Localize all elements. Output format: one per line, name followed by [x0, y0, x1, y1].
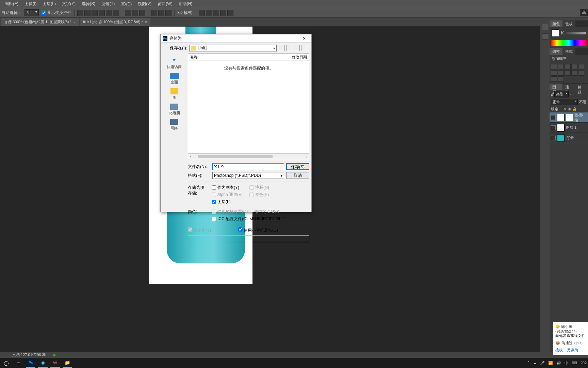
layers-check[interactable]: 图层(L) [212, 199, 243, 205]
3d-icon[interactable] [213, 10, 219, 16]
tab-styles[interactable]: 样式 [562, 48, 575, 55]
document-tab[interactable]: g @ 300% (色相/饱和度 1, 图层蒙版/8) *× [1, 18, 79, 26]
adjust-icon[interactable] [551, 76, 557, 82]
menu-type[interactable]: 文字(Y) [59, 0, 78, 8]
tab-swatches[interactable]: 色板 [562, 20, 575, 27]
taskbar-explorer[interactable]: 📁 [63, 358, 72, 368]
adjust-icon[interactable] [578, 64, 584, 70]
3d-icon[interactable] [220, 10, 226, 16]
distribute-icon[interactable] [151, 10, 157, 16]
lock-icon[interactable]: ▫ [561, 107, 562, 111]
lowercase-ext-check[interactable]: 使用小写扩展名(U) [238, 227, 278, 233]
icc-check[interactable]: ICC 配置文件(C): sRGB IEC61966-2.1 [212, 216, 287, 222]
dialog-titlebar[interactable]: Ps 存储为 ✕ [161, 34, 311, 43]
visibility-icon[interactable] [551, 115, 556, 120]
distribute-icon[interactable] [158, 10, 164, 16]
tray-keyboard-icon[interactable]: ⌨ [572, 361, 577, 365]
menu-help[interactable]: 帮助(H) [176, 0, 195, 8]
tab-layers[interactable]: 图层 [550, 83, 562, 90]
menu-window[interactable]: 窗口(W) [155, 0, 175, 8]
tab-color[interactable]: 颜色 [550, 20, 562, 27]
taskbar-wps[interactable]: W [50, 358, 60, 368]
foreground-swatch[interactable] [552, 29, 559, 37]
task-view-icon[interactable]: ▭ [14, 358, 23, 368]
col-date[interactable]: 修改日期 [292, 55, 307, 60]
adjust-icon[interactable] [558, 64, 564, 70]
tab-channels[interactable]: 通道 [562, 83, 575, 90]
taskbar-edge[interactable]: ◉ [38, 358, 48, 368]
3d-icon[interactable] [227, 10, 233, 16]
tray-mic-icon[interactable]: 🎤 [540, 361, 545, 365]
adjust-icon[interactable] [558, 76, 564, 82]
tray-date[interactable]: 202 [581, 361, 587, 365]
menu-filter[interactable]: 滤镜(T) [99, 0, 117, 8]
distribute-icon[interactable] [165, 10, 172, 16]
tray-ime[interactable]: 中 [565, 361, 568, 366]
sidebar-quick-access[interactable]: ★快速访问 [167, 56, 182, 70]
filter-icon[interactable]: ▫ [573, 92, 574, 96]
k-slider[interactable] [566, 32, 586, 34]
menu-view[interactable]: 视图(V) [135, 0, 154, 8]
up-icon[interactable] [286, 45, 292, 51]
saveas-link[interactable]: 另存为 [567, 348, 578, 353]
align-icon[interactable] [113, 10, 119, 16]
close-icon[interactable]: ✕ [299, 36, 309, 41]
adjust-icon[interactable] [551, 64, 557, 70]
back-icon[interactable] [279, 45, 285, 51]
align-icon[interactable] [84, 10, 91, 16]
h-scrollbar[interactable]: ‹› [188, 153, 309, 159]
cancel-button[interactable]: 取消 [286, 172, 309, 179]
close-icon[interactable]: × [74, 20, 76, 24]
tray-volume-icon[interactable]: 🔊 [556, 361, 561, 365]
adjust-icon[interactable] [578, 70, 584, 76]
layer-thumb[interactable] [557, 124, 565, 132]
sidebar-desktop[interactable]: 桌面 [170, 73, 179, 85]
taskbar-photoshop[interactable]: Ps [26, 358, 35, 368]
blend-mode-dropdown[interactable]: 正常 [551, 99, 578, 105]
distribute-icon[interactable] [139, 10, 145, 16]
color-spectrum[interactable] [551, 40, 587, 46]
start-button[interactable]: ◯ [1, 358, 11, 368]
lock-icon[interactable]: 🔒 [572, 107, 577, 111]
auto-select-dropdown[interactable]: 组 [24, 9, 39, 16]
mask-thumb[interactable] [566, 114, 573, 121]
tray-wifi-icon[interactable]: 📶 [548, 361, 553, 365]
menu-image[interactable]: 图像(I) [22, 0, 39, 8]
visibility-icon[interactable] [551, 136, 556, 140]
accept-link[interactable]: 接收 [555, 348, 563, 353]
adjust-icon[interactable] [565, 70, 571, 76]
sidebar-libraries[interactable]: 库 [170, 88, 178, 100]
format-combo[interactable]: Photoshop (*.PSD;*.PDD) [212, 172, 284, 179]
layer-row[interactable]: 色相/饱 [550, 112, 588, 123]
adjust-icon[interactable] [565, 64, 571, 70]
visibility-icon[interactable] [551, 125, 556, 130]
lock-icon[interactable]: ✥ [568, 107, 571, 111]
doc-info[interactable]: 文档:127.0 K/296.3K [12, 352, 47, 357]
workspace-switcher[interactable]: 基 [580, 9, 588, 16]
new-folder-icon[interactable] [294, 45, 300, 51]
filter-kind-dropdown[interactable]: 类型 [554, 91, 569, 97]
layer-thumb[interactable] [557, 114, 565, 121]
filename-input[interactable] [212, 163, 284, 170]
close-icon[interactable]: × [145, 20, 147, 24]
3d-icon[interactable] [206, 10, 212, 16]
tab-paths[interactable]: 路径 [575, 83, 588, 90]
adjust-icon[interactable] [558, 70, 564, 76]
3d-icon[interactable] [199, 10, 205, 16]
layer-thumb[interactable] [557, 134, 565, 142]
align-icon[interactable] [77, 10, 83, 16]
filter-icon[interactable]: ▫ [570, 92, 571, 96]
sidebar-network[interactable]: 网络 [170, 119, 178, 131]
distribute-icon[interactable] [132, 10, 138, 16]
tray-cloud-icon[interactable]: ☁ [533, 361, 537, 365]
menu-layer[interactable]: 图层(L) [40, 0, 59, 8]
layer-row[interactable]: 背景 [550, 133, 588, 143]
history-icon[interactable] [542, 24, 548, 30]
layer-row[interactable]: 图层 1 [550, 123, 588, 133]
menu-edit[interactable]: 编辑(E) [2, 0, 21, 8]
adjust-icon[interactable] [571, 64, 577, 70]
save-button[interactable]: 保存(S) [286, 163, 309, 170]
align-icon[interactable] [106, 10, 112, 16]
as-copy-check[interactable]: 作为副本(Y) [212, 185, 243, 190]
align-icon[interactable] [99, 10, 105, 16]
